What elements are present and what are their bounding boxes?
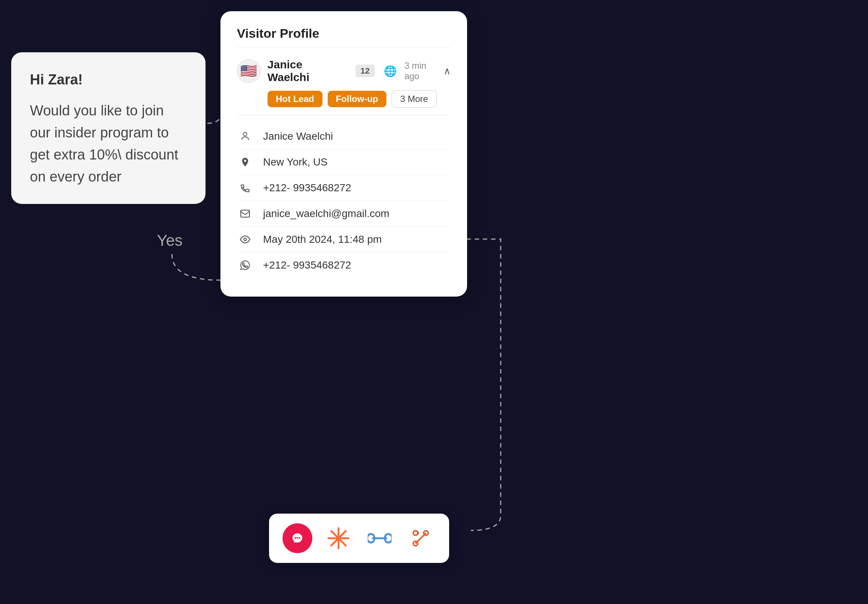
info-row-visit-time: May 20th 2024, 11:48 pm — [237, 227, 451, 252]
info-name-value: Janice Waelchi — [263, 130, 333, 142]
flag-emoji: 🇺🇸 — [240, 63, 257, 79]
location-icon — [237, 157, 253, 167]
chat-bubble-text: Hi Zara! Would you like to join our insi… — [30, 69, 187, 187]
profile-name-group: Janice Waelchi 12 🌐 3 min ago — [268, 58, 443, 84]
info-location-value: New York, US — [263, 156, 328, 168]
tag-more[interactable]: 3 More — [392, 90, 437, 108]
visitor-profile-card: Visitor Profile 🇺🇸 Janice Waelchi 12 🌐 3… — [220, 11, 467, 297]
info-email-value: janice_waelchi@gmail.com — [263, 208, 389, 220]
link-icon[interactable] — [365, 523, 395, 553]
info-row-location: New York, US — [237, 149, 451, 175]
chat-message: Would you like to join our insider progr… — [30, 100, 187, 188]
profile-header-left: 🇺🇸 Janice Waelchi 12 🌐 3 min ago — [237, 58, 443, 84]
svg-point-4 — [294, 537, 296, 539]
info-row-email: janice_waelchi@gmail.com — [237, 201, 451, 227]
tags-divider — [237, 115, 451, 115]
eye-icon — [237, 234, 253, 245]
svg-point-11 — [336, 536, 341, 541]
info-visit-time-value: May 20th 2024, 11:48 pm — [263, 234, 382, 245]
svg-point-5 — [297, 537, 298, 539]
time-ago: 3 min ago — [404, 60, 443, 81]
visit-count-badge: 12 — [355, 65, 375, 77]
info-phone-value: +212- 9935468272 — [263, 182, 351, 194]
tags-row: Hot Lead Follow-up 3 More — [268, 90, 451, 108]
person-icon — [237, 131, 253, 142]
hubspot-icon[interactable] — [406, 523, 436, 553]
info-row-phone: +212- 9935468272 — [237, 175, 451, 201]
phone-icon — [237, 183, 253, 193]
chat-greeting: Hi Zara! — [30, 69, 187, 91]
globe-icon: 🌐 — [384, 65, 397, 77]
email-icon — [237, 208, 253, 219]
svg-point-2 — [244, 239, 246, 241]
info-row-name: Janice Waelchi — [237, 124, 451, 149]
whatsapp-icon — [237, 260, 253, 270]
svg-rect-1 — [241, 210, 249, 217]
asterisk-icon[interactable] — [324, 523, 353, 553]
info-row-whatsapp: +212- 9935468272 — [237, 252, 451, 278]
tag-hot-lead[interactable]: Hot Lead — [268, 91, 322, 107]
info-whatsapp-value: +212- 9935468272 — [263, 259, 351, 271]
svg-point-6 — [299, 537, 300, 539]
crisp-icon[interactable] — [282, 523, 312, 553]
collapse-button[interactable]: ∧ — [443, 65, 451, 77]
yes-label: Yes — [157, 232, 183, 249]
svg-point-0 — [243, 133, 246, 136]
chat-bubble: Hi Zara! Would you like to join our insi… — [11, 52, 206, 204]
profile-header: 🇺🇸 Janice Waelchi 12 🌐 3 min ago ∧ — [237, 58, 451, 84]
visitor-name: Janice Waelchi — [268, 58, 347, 84]
card-title: Visitor Profile — [237, 26, 451, 41]
flag-avatar: 🇺🇸 — [237, 59, 261, 83]
integrations-bar — [269, 514, 449, 563]
tag-followup[interactable]: Follow-up — [328, 91, 386, 107]
